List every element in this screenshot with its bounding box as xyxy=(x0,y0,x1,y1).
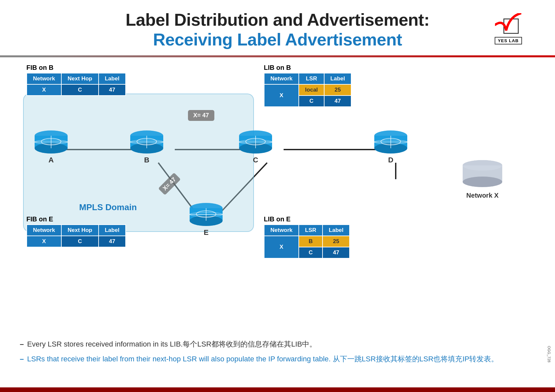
bullet-2: – LSRs that receive their label from the… xyxy=(20,354,535,364)
bullet-2-blue: LSRs that receive their label from their… xyxy=(27,355,330,363)
title-line1: Label Distribution and Advertisement: xyxy=(0,10,555,30)
router-e-label: E xyxy=(204,228,209,237)
router-c-label: C xyxy=(253,156,258,164)
router-e: E xyxy=(188,202,224,237)
svg-point-45 xyxy=(463,160,502,171)
bottom-bar xyxy=(0,387,555,392)
bullet-1-text: Every LSR stores received information in… xyxy=(27,339,317,350)
router-a-label: A xyxy=(48,156,54,164)
mpls-domain-label: MPLS Domain xyxy=(79,202,137,212)
yes-lab-badge: YES LAB xyxy=(495,13,522,44)
lib-e-row-network: X xyxy=(264,236,299,258)
router-a-icon xyxy=(33,130,69,154)
lib-e-col-lsr: LSR xyxy=(299,225,323,236)
lib-b-col-label: Label xyxy=(324,73,351,84)
fib-e-row1-network: X xyxy=(27,236,61,247)
fib-e-row1-label: 47 xyxy=(99,236,126,247)
router-e-icon xyxy=(188,202,224,227)
top-divider xyxy=(0,55,555,57)
network-x-label: Network X xyxy=(466,192,499,199)
lib-b-row1-label: 25 xyxy=(324,84,351,96)
bullet-2-chinese: 从下一跳LSR接收其标签的LSR也将填充IP转发表。 xyxy=(333,355,498,363)
fib-b-col-network: Network xyxy=(27,73,61,84)
fib-e-col-label: Label xyxy=(99,225,126,236)
router-b-icon xyxy=(129,130,165,154)
router-b: B xyxy=(129,130,165,164)
router-d-label: D xyxy=(388,156,393,164)
lib-e-data: Network LSR Label X B 25 C 47 xyxy=(264,224,350,259)
lib-e-row2-lsr: C xyxy=(299,247,323,258)
router-d: D xyxy=(373,130,409,164)
yes-lab-label: YES LAB xyxy=(495,37,522,44)
fib-e-row1-nexthop: C xyxy=(61,236,99,247)
svg-point-44 xyxy=(463,177,502,187)
lib-b-col-network: Network xyxy=(264,73,299,84)
fib-b-row1-label: 47 xyxy=(99,84,126,96)
lib-b-title: LIB on B xyxy=(264,64,352,71)
bullet-2-dash: – xyxy=(20,354,24,364)
lib-e-row1-label: 25 xyxy=(323,236,350,247)
router-b-label: B xyxy=(144,156,149,164)
lib-b-row2-label: 47 xyxy=(324,96,351,107)
lib-b-row1-lsr: local xyxy=(299,84,324,96)
lib-e-col-network: Network xyxy=(264,225,299,236)
lib-b-row2-lsr: C xyxy=(299,96,324,107)
fib-b-data: Network Next Hop Label X C 47 xyxy=(26,73,126,96)
lib-e-title: LIB on E xyxy=(264,215,350,223)
lib-e-row1-lsr: B xyxy=(299,236,323,247)
fib-b-row1-nexthop: C xyxy=(61,84,99,96)
side-code: OGG_728 xyxy=(547,346,551,362)
bullet-1-dash: – xyxy=(20,339,24,350)
fib-b-row1-network: X xyxy=(27,84,61,96)
fib-e-title: FIB on E xyxy=(26,215,126,223)
bubble-xeq47-top: X= 47 xyxy=(188,110,214,121)
lib-b-col-lsr: LSR xyxy=(299,73,324,84)
lib-e-row2-label: 47 xyxy=(323,247,350,258)
lib-e-col-label: Label xyxy=(323,225,350,236)
fib-e-table: FIB on E Network Next Hop Label X C 47 xyxy=(26,215,126,247)
lib-e-table: LIB on E Network LSR Label X B 25 C 47 xyxy=(264,215,350,259)
title-area: Label Distribution and Advertisement: Re… xyxy=(0,0,555,49)
fib-b-title: FIB on B xyxy=(26,64,126,71)
fib-e-col-network: Network xyxy=(27,225,61,236)
router-c-icon xyxy=(237,130,274,154)
network-x-area: Network X xyxy=(461,159,504,199)
fib-b-col-nexthop: Next Hop xyxy=(61,73,99,84)
title-line2: Receiving Label Advertisement xyxy=(0,30,555,49)
diagram-area: MPLS Domain FIB on B Network Next Hop La… xyxy=(0,61,555,285)
fib-e-data: Network Next Hop Label X C 47 xyxy=(26,224,126,247)
lib-b-row-network: X xyxy=(264,84,299,107)
router-d-icon xyxy=(373,130,409,154)
bullet-1: – Every LSR stores received information … xyxy=(20,339,535,350)
fib-b-col-label: Label xyxy=(99,73,126,84)
fib-e-col-nexthop: Next Hop xyxy=(61,225,99,236)
cylinder-icon xyxy=(461,159,504,189)
bullet-2-text: LSRs that receive their label from their… xyxy=(27,354,498,364)
lib-b-table: LIB on B Network LSR Label X local 25 C … xyxy=(264,64,352,107)
fib-b-table: FIB on B Network Next Hop Label X C 47 xyxy=(26,64,126,96)
lib-b-data: Network LSR Label X local 25 C 47 xyxy=(264,73,352,107)
bullets-area: – Every LSR stores received information … xyxy=(20,339,535,369)
router-a: A xyxy=(33,130,69,164)
router-c: C xyxy=(237,130,274,164)
checkmark-icon xyxy=(495,13,521,36)
